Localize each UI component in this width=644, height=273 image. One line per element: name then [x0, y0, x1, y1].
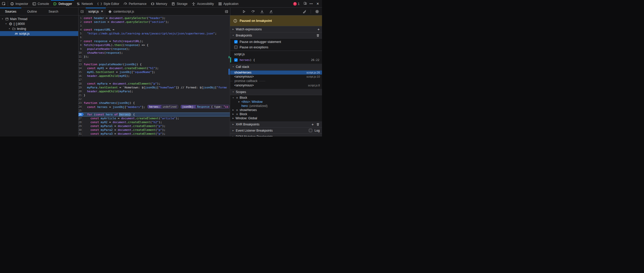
breakpoint-checkbox[interactable] — [234, 58, 238, 62]
tree-item-main-thread[interactable]: ▼ Main Thread — [0, 16, 78, 21]
code-line[interactable]: 9 populateHeader(response); — [79, 47, 230, 51]
add-watch-expression-button[interactable]: + — [317, 27, 320, 31]
add-xhr-breakpoint-button[interactable]: + — [311, 122, 314, 126]
code-line[interactable]: 14 const myH1 = document.createElement("… — [79, 66, 230, 70]
section-dom-mutation-breakpoints[interactable]: ▶ DOM Mutation Breakpoints — [230, 134, 322, 136]
code-line[interactable]: 28 const myH2 = document.createElement("… — [79, 120, 230, 124]
pause-on-debugger-statement-option[interactable]: Pause on debugger statement — [230, 39, 322, 44]
line-number[interactable]: 7 — [79, 39, 82, 43]
line-number[interactable]: 19 — [79, 86, 82, 89]
code-line[interactable]: 20 header.appendChild(myPara); — [79, 89, 230, 93]
code-line[interactable]: 15 myH1.textContent = jsonObj["squadName… — [79, 70, 230, 74]
scope-block[interactable]: ▼ ≡ Block — [230, 96, 322, 100]
line-number[interactable]: 18 — [79, 82, 82, 86]
close-devtools-button[interactable]: ✕ — [316, 2, 320, 6]
scope-hero[interactable]: hero: (uninitialized) — [230, 104, 322, 108]
line-number[interactable]: 27 — [79, 116, 82, 120]
inline-variable-preview[interactable]: jsonObj:Response { type: "co — [181, 105, 230, 108]
scope-showheroes[interactable]: ▶ ≡ showHeroes — [230, 108, 322, 112]
code-line[interactable]: 5 "https://mdn.github.io/learning-area/j… — [79, 32, 230, 35]
expand-panes-button[interactable] — [223, 8, 230, 15]
code-line[interactable]: 3 — [79, 24, 230, 28]
line-number[interactable]: 5 — [79, 32, 82, 35]
line-number[interactable]: 30 — [79, 128, 82, 132]
tab-debugger[interactable]: Debugger — [51, 0, 74, 7]
code-line[interactable]: 17 — [79, 78, 230, 82]
tab-sources[interactable]: Sources — [0, 8, 21, 15]
line-number[interactable]: 2 — [79, 20, 82, 24]
tab-style-editor[interactable]: { } Style Editor — [95, 0, 121, 7]
line-number[interactable]: 28 — [79, 120, 82, 124]
code-line[interactable]: 25 — [79, 109, 230, 113]
line-number[interactable]: 23 — [79, 101, 82, 105]
source-tab-contentscript[interactable]: contentscript.js — [106, 8, 137, 15]
step-over-button[interactable] — [250, 9, 256, 14]
step-out-button[interactable] — [268, 9, 274, 14]
line-number[interactable]: 14 — [79, 66, 82, 70]
scope-block-2[interactable]: ▶ ≡ Block — [230, 112, 322, 116]
inline-variable-preview[interactable]: heroes:undefined — [147, 105, 178, 108]
step-in-button[interactable] — [259, 9, 265, 14]
tab-outline[interactable]: Outline — [21, 8, 43, 15]
code-line[interactable]: 26 for (const hero of heroes) { — [79, 113, 230, 116]
line-number[interactable]: 22 — [79, 97, 82, 101]
tab-search[interactable]: Search — [43, 8, 64, 15]
log-checkbox[interactable] — [309, 129, 312, 132]
tab-network[interactable]: Network — [74, 0, 95, 7]
section-breakpoints[interactable]: ▼ Breakpoints — [230, 32, 322, 39]
stack-frame[interactable]: <anonymous> script.js:8 — [230, 83, 322, 87]
scope-this[interactable]: ▶ <this>: Window — [230, 100, 322, 104]
tab-performance[interactable]: Performance — [121, 0, 149, 7]
code-line[interactable]: 22 — [79, 97, 230, 101]
code-line[interactable]: 29 const myPara1 = document.createElemen… — [79, 124, 230, 128]
code-line[interactable]: 30 const myPara2 = document.createElemen… — [79, 128, 230, 132]
error-count-button[interactable]: ! 1 — [293, 2, 300, 6]
close-tab-icon[interactable]: ✕ — [101, 10, 103, 13]
tab-console[interactable]: Console — [30, 0, 51, 7]
meatball-menu-button[interactable]: ••• — [309, 2, 314, 5]
code-line[interactable]: 13function populateHeader(jsonObj) { — [79, 62, 230, 66]
stack-frame-selected[interactable]: showHeroes script.js:26 — [230, 70, 322, 75]
line-number[interactable]: 10 — [79, 51, 82, 55]
disable-breakpoints-button[interactable] — [302, 9, 307, 14]
line-number[interactable]: 12 — [79, 59, 82, 62]
tab-memory[interactable]: Memory — [149, 0, 169, 7]
code-line[interactable]: 1const header = document.querySelector("… — [79, 16, 230, 20]
line-number[interactable]: 24 — [79, 105, 82, 109]
code-line[interactable]: 23function showHeroes(jsonObj) { — [79, 101, 230, 105]
section-event-listener-breakpoints[interactable]: ▶ Event Listener Breakpoints Log — [230, 128, 322, 134]
line-number[interactable]: 3 — [79, 24, 82, 28]
tab-accessibility[interactable]: Accessibility — [189, 0, 216, 7]
line-number[interactable]: 16 — [79, 74, 82, 78]
line-number[interactable]: 31 — [79, 132, 82, 136]
pick-element-button[interactable] — [0, 0, 8, 7]
line-number[interactable]: 25 — [79, 109, 82, 113]
section-scopes[interactable]: ▼ Scopes — [230, 89, 322, 95]
section-call-stack[interactable]: ▼ Call stack — [230, 64, 322, 70]
code-line[interactable]: 12 — [79, 59, 230, 62]
code-line[interactable]: 19 myPara.textContent = `Hometown: ${jso… — [79, 86, 230, 89]
code-line[interactable]: 18 const myPara = document.createElement… — [79, 82, 230, 86]
code-line[interactable]: 21} — [79, 93, 230, 97]
expander-icon[interactable]: ▼ — [1, 18, 4, 20]
code-line[interactable]: 31 const myPara3 = document.createElemen… — [79, 132, 230, 136]
code-line[interactable]: 27 const myArticle = document.createElem… — [79, 116, 230, 120]
code-line[interactable]: 16 header.appendChild(myH1); — [79, 74, 230, 78]
line-number[interactable]: 29 — [79, 124, 82, 128]
line-number[interactable]: 21 — [79, 93, 82, 97]
line-number[interactable]: 20 — [79, 89, 82, 93]
code-line[interactable]: 10 showHeroes(response); — [79, 51, 230, 55]
expander-icon[interactable]: ▼ — [8, 28, 11, 30]
checkbox-checked[interactable] — [234, 40, 238, 43]
line-number[interactable]: 8 — [79, 43, 82, 47]
line-number[interactable]: 1 — [79, 16, 82, 20]
breakpoint-entry[interactable]: heroes) { 26:22 — [230, 57, 322, 62]
tree-item-host[interactable]: ▼ [::]:8000 — [0, 21, 78, 26]
line-number[interactable]: 26 — [79, 113, 82, 116]
line-number[interactable]: 9 — [79, 47, 82, 51]
tab-application[interactable]: Application — [216, 0, 241, 7]
source-tab-scriptjs[interactable]: script.js ✕ — [86, 8, 106, 15]
remove-breakpoints-trash-button[interactable] — [316, 34, 320, 37]
line-number[interactable]: 13 — [79, 62, 82, 66]
tab-inspector[interactable]: Inspector — [8, 0, 30, 7]
